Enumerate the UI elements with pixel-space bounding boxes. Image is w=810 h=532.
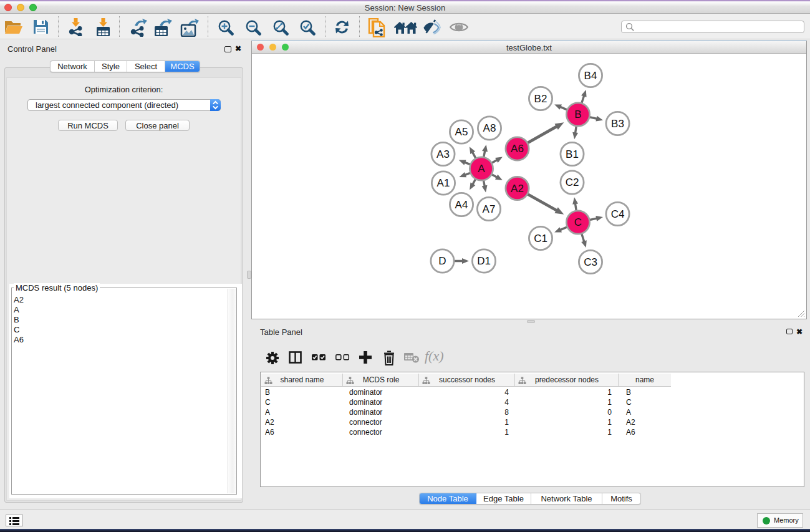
svg-text:D1: D1 (477, 255, 491, 267)
svg-text:A4: A4 (455, 199, 468, 211)
svg-text:B: B (574, 109, 581, 120)
svg-text:A: A (478, 163, 485, 175)
svg-text:C4: C4 (611, 208, 625, 220)
svg-text:C2: C2 (566, 177, 579, 188)
svg-text:B2: B2 (534, 93, 547, 105)
svg-text:B4: B4 (584, 70, 597, 82)
svg-text:A5: A5 (455, 126, 468, 138)
svg-text:A3: A3 (436, 148, 450, 160)
svg-text:B1: B1 (566, 148, 579, 160)
svg-text:A8: A8 (483, 122, 496, 134)
svg-text:B3: B3 (611, 118, 624, 130)
svg-text:C1: C1 (534, 233, 547, 244)
svg-text:C: C (574, 216, 582, 228)
svg-text:D: D (438, 255, 446, 267)
svg-text:A1: A1 (437, 177, 450, 189)
svg-text:A7: A7 (483, 203, 496, 215)
svg-text:A2: A2 (511, 183, 524, 195)
svg-text:C3: C3 (584, 256, 597, 268)
svg-text:A6: A6 (511, 143, 524, 155)
